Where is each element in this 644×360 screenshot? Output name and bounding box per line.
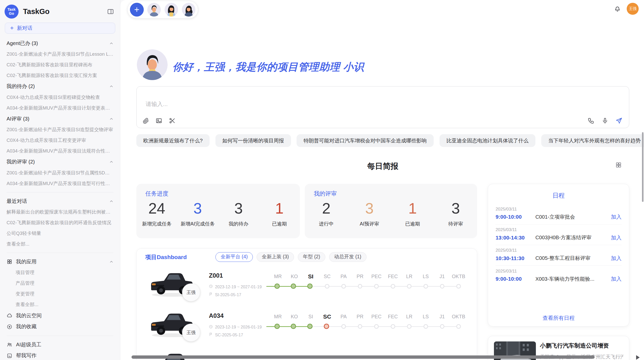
- milestone-label: PEC: [368, 313, 385, 320]
- stat-item: 3待评审: [434, 200, 477, 227]
- sidebar-tool-write[interactable]: 帮我写作: [7, 350, 113, 360]
- milestone-track: [266, 323, 467, 330]
- suggestion-chips: 欧洲新规最近颁布了什么?如何写一份清晰的项目周报特朗普可能对进口汽车增税会对中国…: [136, 134, 632, 147]
- app-item[interactable]: 项目管理: [7, 267, 113, 278]
- sidebar-item[interactable]: Z001-全新燃油轻卡产品开发项目SI节点属性5D文件评审: [7, 168, 113, 178]
- recent-chat-item[interactable]: 公司Q3轻卡销量: [7, 228, 113, 239]
- chevron-up-icon: [109, 160, 114, 164]
- project-name: Z001: [209, 272, 223, 279]
- recent-chat-item[interactable]: C02-飞腾新能源轻客改款项目的闭环通告反馈情况: [7, 217, 113, 228]
- sidebar-item[interactable]: C02-飞腾新能源轻客改款项目里程碑画布: [7, 59, 113, 70]
- user-avatar[interactable]: 王强: [627, 3, 639, 15]
- sidebar-section-header-3[interactable]: 我的评审 (2): [7, 156, 113, 168]
- vertical-scrollbar[interactable]: [642, 132, 643, 202]
- sidebar-item[interactable]: Z001-全新燃油皮卡产品开发项目SI节点Lesson Learn报告: [7, 49, 113, 59]
- milestone-label: PR: [352, 313, 368, 320]
- apps-icon: [7, 259, 12, 265]
- stat-label: 新增AI完成任务: [177, 220, 218, 227]
- scissors-icon[interactable]: [169, 117, 175, 124]
- sidebar-section-recent-chats[interactable]: 最近对话: [7, 196, 113, 207]
- app-item[interactable]: 变更管理: [7, 289, 113, 299]
- image-icon[interactable]: [155, 117, 162, 124]
- stat-card-title: 我的评审: [314, 190, 337, 198]
- dashboard-tab[interactable]: 动总开发 (1): [329, 252, 367, 262]
- schedule-meeting-name: X003-车辆动力学性能验...: [535, 276, 608, 282]
- sidebar-item[interactable]: C0X4-动力总成开发项目工程变更评审: [7, 135, 113, 146]
- phone-icon[interactable]: [588, 117, 594, 124]
- stat-label: 待评审: [434, 220, 477, 227]
- join-meeting-link[interactable]: 加入: [611, 275, 622, 282]
- sidebar-section-header-1[interactable]: 我的待办 (2): [7, 81, 113, 92]
- project-list: 王强Z0012023-12-19 ~ 2027-01-19SI-2025-05-…: [137, 267, 477, 360]
- sidebar-item[interactable]: C0X4-动力总成开发项目SI里程碑提交物检查: [7, 92, 113, 103]
- dashboard-tab[interactable]: 全新平台 (4): [215, 252, 253, 262]
- stat-columns: 2进行中3AI预评审1已逾期3待评审: [305, 200, 477, 227]
- stat-item: 2进行中: [305, 200, 348, 227]
- stat-value: 24: [136, 200, 177, 217]
- stat-item: 1已逾期: [259, 200, 300, 227]
- project-row: 王强A0342023-12-19 ~ 2026-01-19SC-2025-05-…: [137, 308, 477, 348]
- schedule-list: 2025/03/119:00-10:00C001-立项审批会加入2025/03/…: [495, 204, 621, 286]
- join-meeting-link[interactable]: 加入: [611, 234, 622, 241]
- new-chat-button[interactable]: + 新对话: [5, 23, 115, 34]
- collapse-sidebar-icon[interactable]: [107, 8, 114, 15]
- app-item[interactable]: 产品管理: [7, 278, 113, 289]
- scroll-right-arrow[interactable]: [636, 355, 640, 360]
- add-agent-button[interactable]: [130, 3, 143, 16]
- suggestion-chip[interactable]: 如何写一份清晰的项目周报: [215, 134, 291, 147]
- sidebar-item[interactable]: Z001-全新燃油轻卡产品开发项目SI造型提交物评审: [7, 124, 113, 135]
- suggestion-chip[interactable]: 欧洲新规最近颁布了什么?: [136, 134, 210, 147]
- schedule-item: 2025/03/119:00-10:00C001-立项审批会加入: [495, 204, 621, 224]
- input-attachments: [142, 117, 176, 124]
- layout-grid-icon[interactable]: [615, 162, 622, 168]
- schedule-time: 10:30-11:30: [495, 255, 535, 261]
- sidebar-link-cloud[interactable]: 我的云空间: [7, 310, 113, 321]
- briefing-stat-cards: 任务进度24新增完成任务3新增AI完成任务3我的待办1已逾期我的评审2进行中3A…: [136, 184, 477, 238]
- dashboard-tab[interactable]: 全新上装 (3): [257, 252, 294, 262]
- agent-avatar-1[interactable]: [147, 3, 161, 16]
- dashboard-tab[interactable]: 年型 (2): [298, 252, 326, 262]
- stat-item: 3AI预评审: [348, 200, 391, 227]
- milestone-label: PR: [352, 273, 368, 280]
- milestone-label: MR: [270, 273, 286, 280]
- clock-icon: [209, 284, 213, 289]
- sidebar-section-header-2[interactable]: AI评审 (3): [7, 113, 113, 125]
- milestone-label: PEC: [368, 273, 385, 280]
- chat-input[interactable]: [145, 100, 514, 108]
- microphone-icon[interactable]: [602, 117, 608, 124]
- join-meeting-link[interactable]: 加入: [611, 255, 622, 262]
- sidebar-item[interactable]: A034-全新新能源MUV产品开发项目法规符合性评审: [7, 146, 113, 156]
- project-owner-badge: 王强: [182, 283, 200, 301]
- horizontal-scrollbar[interactable]: [131, 355, 595, 359]
- suggestion-chip[interactable]: 当下年轻人对汽车外观有怎样的喜好趋势: [541, 134, 644, 147]
- suggestion-chip[interactable]: 特朗普可能对进口汽车增税会对中国车企造成哪些影响: [297, 134, 434, 147]
- sidebar-tool-people[interactable]: AI超级员工: [7, 339, 113, 350]
- suggestion-chip[interactable]: 比亚迪全固态电池计划具体说了什么: [440, 134, 536, 147]
- paperclip-icon[interactable]: [142, 117, 149, 124]
- milestone-dot: [423, 324, 428, 329]
- milestone-label: SI: [302, 273, 319, 280]
- sidebar-item[interactable]: A034-全新新能源MUV产品开发项目计划变更表编写: [7, 103, 113, 113]
- milestone-dot: [440, 324, 445, 329]
- stat-label: 已逾期: [259, 220, 300, 227]
- sidebar-section-my-apps[interactable]: 我的应用: [7, 256, 113, 267]
- view-all-apps-link[interactable]: 查看全部...: [7, 299, 113, 310]
- section-label: Agent已办 (3): [7, 40, 109, 47]
- sidebar-item[interactable]: C02-飞腾新能源轻客改款项目立项汇报方案: [7, 70, 113, 81]
- sidebar-link-star[interactable]: 我的收藏: [7, 321, 113, 332]
- main-content: 王强 你好，王强，我是你的项目管理助理 小识: [120, 0, 644, 360]
- notifications-bell-icon[interactable]: [614, 5, 621, 12]
- agent-avatar-2[interactable]: [165, 3, 178, 16]
- join-meeting-link[interactable]: 加入: [611, 213, 622, 220]
- agent-avatar-3[interactable]: [182, 3, 195, 16]
- sidebar-item[interactable]: A034-全新新能源MUV产品开发项目造型可行性评审: [7, 178, 113, 189]
- recent-chat-item[interactable]: 解释最新出台的欧盟报废车法规再生塑料比例被调至15%...: [7, 207, 113, 217]
- view-all-chats-link[interactable]: 查看全部...: [7, 239, 113, 249]
- project-note-text: SI-2025-05-17: [215, 292, 241, 297]
- milestone-dot: [341, 324, 346, 329]
- sidebar-section-header-0[interactable]: Agent已办 (3): [7, 38, 113, 49]
- view-all-schedule-link[interactable]: 查看所有日程: [488, 314, 629, 322]
- milestone-label: FEC: [385, 273, 401, 280]
- send-icon[interactable]: [616, 117, 622, 124]
- milestone-dot: [358, 324, 362, 329]
